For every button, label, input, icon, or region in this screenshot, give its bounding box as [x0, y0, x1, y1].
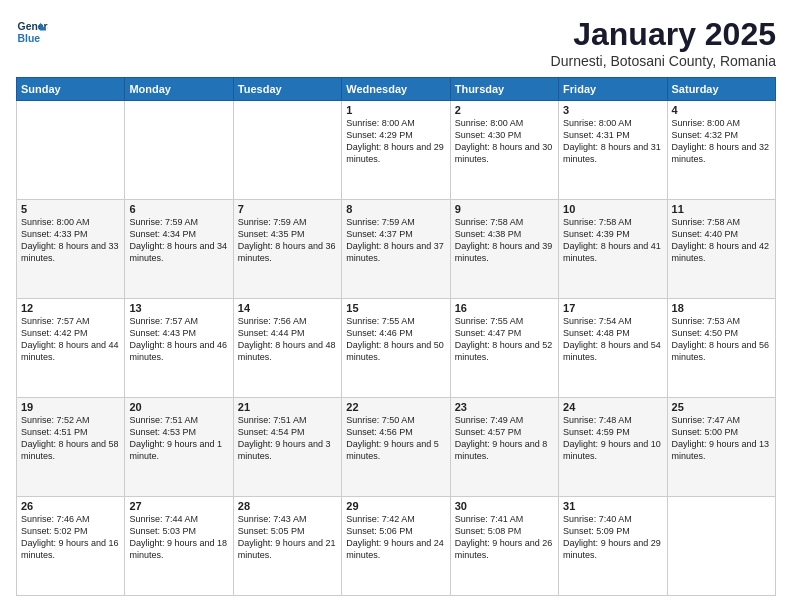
day-info: Sunrise: 7:44 AM Sunset: 5:03 PM Dayligh…	[129, 513, 228, 562]
calendar-cell: 20Sunrise: 7:51 AM Sunset: 4:53 PM Dayli…	[125, 398, 233, 497]
calendar-cell: 1Sunrise: 8:00 AM Sunset: 4:29 PM Daylig…	[342, 101, 450, 200]
day-info: Sunrise: 7:47 AM Sunset: 5:00 PM Dayligh…	[672, 414, 771, 463]
day-info: Sunrise: 7:58 AM Sunset: 4:40 PM Dayligh…	[672, 216, 771, 265]
day-number: 3	[563, 104, 662, 116]
logo: General Blue	[16, 16, 52, 48]
calendar-cell: 21Sunrise: 7:51 AM Sunset: 4:54 PM Dayli…	[233, 398, 341, 497]
day-number: 14	[238, 302, 337, 314]
calendar-cell: 3Sunrise: 8:00 AM Sunset: 4:31 PM Daylig…	[559, 101, 667, 200]
calendar-table: SundayMondayTuesdayWednesdayThursdayFrid…	[16, 77, 776, 596]
day-info: Sunrise: 7:57 AM Sunset: 4:42 PM Dayligh…	[21, 315, 120, 364]
day-number: 24	[563, 401, 662, 413]
calendar-header-row: SundayMondayTuesdayWednesdayThursdayFrid…	[17, 78, 776, 101]
day-info: Sunrise: 7:58 AM Sunset: 4:39 PM Dayligh…	[563, 216, 662, 265]
day-number: 23	[455, 401, 554, 413]
calendar-cell	[667, 497, 775, 596]
day-info: Sunrise: 7:56 AM Sunset: 4:44 PM Dayligh…	[238, 315, 337, 364]
day-info: Sunrise: 7:55 AM Sunset: 4:47 PM Dayligh…	[455, 315, 554, 364]
day-info: Sunrise: 7:50 AM Sunset: 4:56 PM Dayligh…	[346, 414, 445, 463]
header: General Blue January 2025 Durnesti, Boto…	[16, 16, 776, 69]
calendar-week-row: 5Sunrise: 8:00 AM Sunset: 4:33 PM Daylig…	[17, 200, 776, 299]
calendar-cell: 25Sunrise: 7:47 AM Sunset: 5:00 PM Dayli…	[667, 398, 775, 497]
day-number: 17	[563, 302, 662, 314]
day-number: 28	[238, 500, 337, 512]
day-info: Sunrise: 7:51 AM Sunset: 4:53 PM Dayligh…	[129, 414, 228, 463]
calendar-header-saturday: Saturday	[667, 78, 775, 101]
title-block: January 2025 Durnesti, Botosani County, …	[551, 16, 776, 69]
day-info: Sunrise: 7:59 AM Sunset: 4:34 PM Dayligh…	[129, 216, 228, 265]
calendar-cell: 22Sunrise: 7:50 AM Sunset: 4:56 PM Dayli…	[342, 398, 450, 497]
day-info: Sunrise: 7:59 AM Sunset: 4:37 PM Dayligh…	[346, 216, 445, 265]
calendar-cell: 28Sunrise: 7:43 AM Sunset: 5:05 PM Dayli…	[233, 497, 341, 596]
calendar-cell: 10Sunrise: 7:58 AM Sunset: 4:39 PM Dayli…	[559, 200, 667, 299]
calendar-cell: 9Sunrise: 7:58 AM Sunset: 4:38 PM Daylig…	[450, 200, 558, 299]
day-info: Sunrise: 7:41 AM Sunset: 5:08 PM Dayligh…	[455, 513, 554, 562]
calendar-cell	[125, 101, 233, 200]
calendar-cell: 8Sunrise: 7:59 AM Sunset: 4:37 PM Daylig…	[342, 200, 450, 299]
day-info: Sunrise: 7:58 AM Sunset: 4:38 PM Dayligh…	[455, 216, 554, 265]
day-info: Sunrise: 7:48 AM Sunset: 4:59 PM Dayligh…	[563, 414, 662, 463]
day-number: 15	[346, 302, 445, 314]
calendar-header-friday: Friday	[559, 78, 667, 101]
main-title: January 2025	[551, 16, 776, 53]
day-number: 8	[346, 203, 445, 215]
subtitle: Durnesti, Botosani County, Romania	[551, 53, 776, 69]
calendar-cell: 17Sunrise: 7:54 AM Sunset: 4:48 PM Dayli…	[559, 299, 667, 398]
calendar-week-row: 1Sunrise: 8:00 AM Sunset: 4:29 PM Daylig…	[17, 101, 776, 200]
calendar-cell: 11Sunrise: 7:58 AM Sunset: 4:40 PM Dayli…	[667, 200, 775, 299]
day-number: 31	[563, 500, 662, 512]
day-number: 19	[21, 401, 120, 413]
day-info: Sunrise: 7:54 AM Sunset: 4:48 PM Dayligh…	[563, 315, 662, 364]
day-info: Sunrise: 7:46 AM Sunset: 5:02 PM Dayligh…	[21, 513, 120, 562]
calendar-cell: 18Sunrise: 7:53 AM Sunset: 4:50 PM Dayli…	[667, 299, 775, 398]
calendar-cell: 26Sunrise: 7:46 AM Sunset: 5:02 PM Dayli…	[17, 497, 125, 596]
day-number: 9	[455, 203, 554, 215]
day-info: Sunrise: 8:00 AM Sunset: 4:33 PM Dayligh…	[21, 216, 120, 265]
calendar-cell: 30Sunrise: 7:41 AM Sunset: 5:08 PM Dayli…	[450, 497, 558, 596]
day-number: 1	[346, 104, 445, 116]
calendar-cell: 12Sunrise: 7:57 AM Sunset: 4:42 PM Dayli…	[17, 299, 125, 398]
day-number: 22	[346, 401, 445, 413]
calendar-cell: 2Sunrise: 8:00 AM Sunset: 4:30 PM Daylig…	[450, 101, 558, 200]
day-number: 13	[129, 302, 228, 314]
calendar-cell: 4Sunrise: 8:00 AM Sunset: 4:32 PM Daylig…	[667, 101, 775, 200]
calendar-header-thursday: Thursday	[450, 78, 558, 101]
calendar-cell: 13Sunrise: 7:57 AM Sunset: 4:43 PM Dayli…	[125, 299, 233, 398]
day-info: Sunrise: 7:49 AM Sunset: 4:57 PM Dayligh…	[455, 414, 554, 463]
calendar-cell: 24Sunrise: 7:48 AM Sunset: 4:59 PM Dayli…	[559, 398, 667, 497]
day-number: 12	[21, 302, 120, 314]
calendar-cell: 15Sunrise: 7:55 AM Sunset: 4:46 PM Dayli…	[342, 299, 450, 398]
day-number: 11	[672, 203, 771, 215]
day-info: Sunrise: 8:00 AM Sunset: 4:29 PM Dayligh…	[346, 117, 445, 166]
day-info: Sunrise: 7:51 AM Sunset: 4:54 PM Dayligh…	[238, 414, 337, 463]
calendar-cell: 6Sunrise: 7:59 AM Sunset: 4:34 PM Daylig…	[125, 200, 233, 299]
calendar-header-sunday: Sunday	[17, 78, 125, 101]
day-number: 16	[455, 302, 554, 314]
day-info: Sunrise: 8:00 AM Sunset: 4:32 PM Dayligh…	[672, 117, 771, 166]
day-info: Sunrise: 7:42 AM Sunset: 5:06 PM Dayligh…	[346, 513, 445, 562]
calendar-week-row: 12Sunrise: 7:57 AM Sunset: 4:42 PM Dayli…	[17, 299, 776, 398]
calendar-cell: 23Sunrise: 7:49 AM Sunset: 4:57 PM Dayli…	[450, 398, 558, 497]
day-number: 30	[455, 500, 554, 512]
day-number: 20	[129, 401, 228, 413]
svg-text:Blue: Blue	[18, 33, 41, 44]
day-number: 10	[563, 203, 662, 215]
calendar-header-wednesday: Wednesday	[342, 78, 450, 101]
day-info: Sunrise: 8:00 AM Sunset: 4:30 PM Dayligh…	[455, 117, 554, 166]
calendar-cell: 5Sunrise: 8:00 AM Sunset: 4:33 PM Daylig…	[17, 200, 125, 299]
calendar-cell: 16Sunrise: 7:55 AM Sunset: 4:47 PM Dayli…	[450, 299, 558, 398]
day-info: Sunrise: 7:53 AM Sunset: 4:50 PM Dayligh…	[672, 315, 771, 364]
day-info: Sunrise: 7:59 AM Sunset: 4:35 PM Dayligh…	[238, 216, 337, 265]
day-info: Sunrise: 7:55 AM Sunset: 4:46 PM Dayligh…	[346, 315, 445, 364]
calendar-cell	[233, 101, 341, 200]
calendar-header-monday: Monday	[125, 78, 233, 101]
calendar-cell	[17, 101, 125, 200]
calendar-cell: 31Sunrise: 7:40 AM Sunset: 5:09 PM Dayli…	[559, 497, 667, 596]
day-info: Sunrise: 7:57 AM Sunset: 4:43 PM Dayligh…	[129, 315, 228, 364]
calendar-cell: 27Sunrise: 7:44 AM Sunset: 5:03 PM Dayli…	[125, 497, 233, 596]
day-info: Sunrise: 7:43 AM Sunset: 5:05 PM Dayligh…	[238, 513, 337, 562]
day-number: 2	[455, 104, 554, 116]
day-info: Sunrise: 7:40 AM Sunset: 5:09 PM Dayligh…	[563, 513, 662, 562]
calendar-cell: 29Sunrise: 7:42 AM Sunset: 5:06 PM Dayli…	[342, 497, 450, 596]
calendar-cell: 7Sunrise: 7:59 AM Sunset: 4:35 PM Daylig…	[233, 200, 341, 299]
